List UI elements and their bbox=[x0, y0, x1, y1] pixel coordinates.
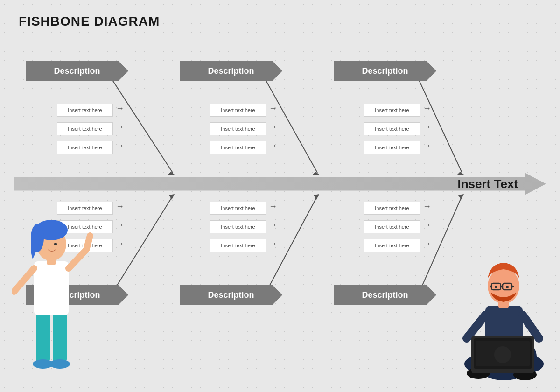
svg-rect-12 bbox=[36, 310, 50, 362]
svg-line-32 bbox=[523, 315, 539, 338]
text-box-tm-2[interactable]: Insert text here bbox=[210, 122, 266, 135]
text-box-tm-1[interactable]: Insert text here bbox=[210, 104, 266, 117]
arrow-br-1: → bbox=[423, 202, 431, 211]
banner-bot-mid: Description bbox=[180, 285, 282, 305]
svg-rect-36 bbox=[476, 341, 530, 366]
svg-line-4 bbox=[415, 72, 462, 173]
svg-rect-13 bbox=[53, 310, 67, 362]
svg-line-19 bbox=[86, 236, 90, 250]
text-box-tl-3[interactable]: Insert text here bbox=[57, 141, 113, 154]
page-title: FISHBONE DIAGRAM bbox=[19, 14, 160, 29]
arrow-tr-1: → bbox=[423, 104, 431, 113]
arrow-tr-2: → bbox=[423, 122, 431, 132]
arrow-tl-3: → bbox=[116, 141, 124, 151]
svg-point-45 bbox=[506, 286, 509, 288]
person-left bbox=[12, 184, 93, 380]
svg-marker-9 bbox=[314, 194, 319, 200]
arrow-bl-1: → bbox=[116, 202, 124, 211]
arrow-br-2: → bbox=[423, 220, 431, 230]
svg-point-44 bbox=[495, 286, 497, 288]
arrow-bl-2: → bbox=[116, 220, 124, 230]
arrow-bm-1: → bbox=[269, 202, 277, 211]
svg-marker-1 bbox=[168, 172, 175, 175]
text-box-tl-1[interactable]: Insert text here bbox=[57, 104, 113, 117]
text-box-bm-2[interactable]: Insert text here bbox=[210, 220, 266, 233]
text-box-tr-3[interactable]: Insert text here bbox=[364, 141, 420, 154]
text-box-tm-3[interactable]: Insert text here bbox=[210, 141, 266, 154]
svg-rect-16 bbox=[34, 261, 69, 315]
banner-top-mid: Description bbox=[180, 61, 282, 81]
arrow-tm-1: → bbox=[269, 104, 277, 113]
banner-top-right: Description bbox=[334, 61, 436, 81]
text-box-tr-1[interactable]: Insert text here bbox=[364, 104, 420, 117]
arrow-bm-3: → bbox=[269, 239, 277, 249]
text-box-br-2[interactable]: Insert text here bbox=[364, 220, 420, 233]
text-box-bm-3[interactable]: Insert text here bbox=[210, 239, 266, 252]
person-right bbox=[453, 245, 555, 385]
svg-line-31 bbox=[467, 315, 485, 338]
arrow-bm-2: → bbox=[269, 220, 277, 230]
arrow-br-3: → bbox=[423, 239, 431, 249]
spine-text: Insert Text bbox=[457, 177, 546, 191]
svg-marker-11 bbox=[458, 194, 464, 200]
arrow-tm-3: → bbox=[269, 141, 277, 151]
text-box-tl-2[interactable]: Insert text here bbox=[57, 122, 113, 135]
banner-bot-right: Description bbox=[334, 285, 436, 305]
arrow-tl-1: → bbox=[116, 104, 124, 113]
text-box-br-3[interactable]: Insert text here bbox=[364, 239, 420, 252]
arrow-tm-2: → bbox=[269, 122, 277, 132]
text-box-br-1[interactable]: Insert text here bbox=[364, 202, 420, 215]
text-box-tr-2[interactable]: Insert text here bbox=[364, 122, 420, 135]
arrow-tl-2: → bbox=[116, 122, 124, 132]
banner-top-left: Description bbox=[26, 61, 128, 81]
svg-marker-3 bbox=[313, 172, 319, 175]
svg-point-15 bbox=[49, 359, 70, 369]
svg-line-18 bbox=[69, 250, 86, 268]
text-box-bm-1[interactable]: Insert text here bbox=[210, 202, 266, 215]
svg-point-24 bbox=[54, 243, 57, 245]
svg-marker-7 bbox=[169, 194, 175, 200]
svg-marker-5 bbox=[457, 172, 464, 175]
spine: Insert Text bbox=[14, 173, 546, 195]
arrow-tr-3: → bbox=[423, 141, 431, 151]
arrow-bl-3: → bbox=[116, 239, 124, 249]
svg-line-17 bbox=[14, 268, 34, 292]
